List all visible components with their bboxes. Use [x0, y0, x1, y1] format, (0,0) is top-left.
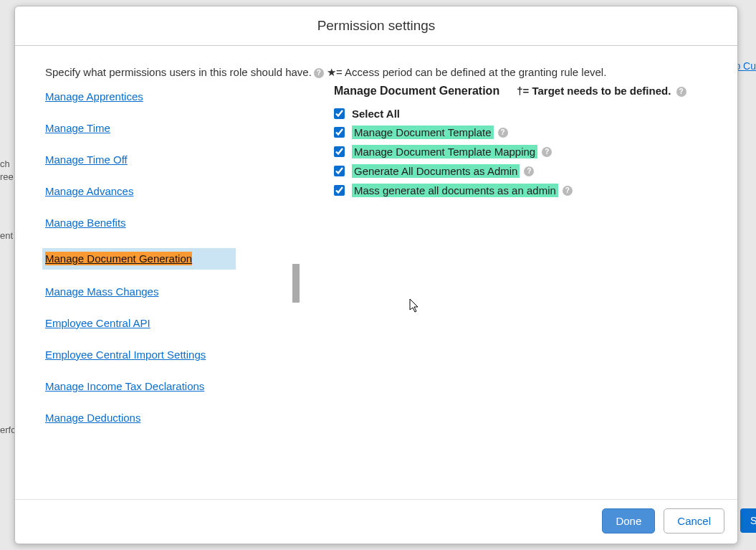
- permission-checkbox[interactable]: [334, 127, 345, 138]
- category-link[interactable]: Manage Deductions: [45, 412, 140, 424]
- category-link[interactable]: Employee Central Import Settings: [45, 349, 206, 361]
- category-item[interactable]: Manage Deductions: [45, 412, 300, 425]
- dialog-footer: Done Cancel: [15, 499, 737, 544]
- dialog-body: Specify what permissions users in this r…: [15, 46, 737, 499]
- permission-item: Manage Document Template?: [334, 125, 720, 139]
- permission-label: Generate All Documents as Admin: [352, 164, 520, 178]
- scrollbar-thumb[interactable]: [292, 264, 300, 303]
- content-columns: Manage ApprenticesManage TimeManage Time…: [45, 85, 720, 443]
- permission-label: Manage Document Template Mapping: [352, 145, 537, 158]
- category-list: Manage ApprenticesManage TimeManage Time…: [45, 90, 300, 425]
- category-link[interactable]: Manage Mass Changes: [45, 285, 158, 298]
- category-item[interactable]: Employee Central API: [45, 317, 300, 330]
- cancel-button[interactable]: Cancel: [664, 508, 724, 534]
- permission-list: Select AllManage Document Template?Manag…: [334, 108, 720, 197]
- permission-checkbox[interactable]: [334, 166, 345, 176]
- category-link[interactable]: Employee Central API: [45, 317, 150, 329]
- permission-settings-dialog: Permission settings Specify what permiss…: [14, 6, 738, 544]
- category-item[interactable]: Manage Advances: [45, 185, 300, 198]
- dialog-title: Permission settings: [15, 18, 737, 34]
- intro-prefix: Specify what permissions users in this r…: [45, 66, 312, 78]
- category-item[interactable]: Employee Central Import Settings: [45, 349, 300, 361]
- permission-checkbox[interactable]: [334, 185, 345, 196]
- permission-checkbox[interactable]: [334, 146, 345, 157]
- help-icon[interactable]: ?: [524, 166, 534, 176]
- help-icon[interactable]: ?: [542, 147, 552, 157]
- help-icon[interactable]: ?: [563, 186, 573, 196]
- category-item[interactable]: Manage Mass Changes: [45, 285, 300, 298]
- permissions-panel: Manage Document Generation †= Target nee…: [300, 85, 720, 443]
- intro-text: Specify what permissions users in this r…: [45, 57, 720, 85]
- help-icon[interactable]: ?: [498, 128, 508, 138]
- background-save-button[interactable]: S: [740, 508, 756, 533]
- category-link[interactable]: Manage Advances: [45, 185, 133, 197]
- category-link[interactable]: Manage Apprentices: [45, 90, 143, 103]
- permission-item: Manage Document Template Mapping?: [334, 145, 720, 158]
- category-link[interactable]: Manage Time Off: [45, 153, 128, 166]
- category-link[interactable]: Manage Income Tax Declarations: [45, 380, 204, 392]
- category-link[interactable]: Manage Benefits: [45, 217, 126, 229]
- category-item[interactable]: Manage Time: [45, 122, 300, 135]
- section-title: Manage Document Generation: [334, 85, 499, 98]
- category-item[interactable]: Manage Income Tax Declarations: [45, 380, 300, 393]
- category-panel: Manage ApprenticesManage TimeManage Time…: [45, 85, 300, 443]
- permission-label: Mass generate all documents as an admin: [352, 184, 558, 197]
- category-item[interactable]: Manage Time Off: [45, 153, 300, 166]
- section-note: †= Target needs to be defined. ?: [517, 85, 686, 97]
- help-icon[interactable]: ?: [314, 68, 324, 78]
- dialog-header: Permission settings: [15, 6, 737, 46]
- select-all-checkbox[interactable]: [334, 108, 345, 119]
- done-button[interactable]: Done: [602, 508, 655, 534]
- section-header: Manage Document Generation †= Target nee…: [334, 85, 720, 98]
- permission-item: Mass generate all documents as an admin?: [334, 184, 720, 197]
- category-item[interactable]: Manage Document Generation: [42, 248, 236, 270]
- category-link[interactable]: Manage Document Generation: [45, 252, 192, 265]
- intro-legend: ★= Access period can be defined at the g…: [327, 66, 606, 78]
- category-item[interactable]: Manage Benefits: [45, 217, 300, 229]
- help-icon[interactable]: ?: [676, 87, 686, 97]
- permission-item: Select All: [334, 108, 720, 120]
- permission-item: Generate All Documents as Admin?: [334, 164, 720, 178]
- category-link[interactable]: Manage Time: [45, 122, 110, 134]
- permission-label: Manage Document Template: [352, 125, 494, 139]
- permission-label: Select All: [352, 108, 400, 120]
- category-item[interactable]: Manage Apprentices: [45, 90, 300, 103]
